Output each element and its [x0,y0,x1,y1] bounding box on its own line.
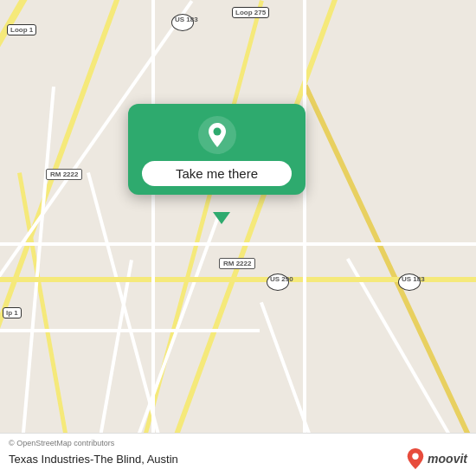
popup-card: Take me there [128,104,306,195]
label-loop275: Loop 275 [232,7,269,18]
location-row: Texas Industries-The Blind, Austin moovi… [9,448,467,469]
svg-point-1 [213,128,221,136]
bottom-bar: © OpenStreetMap contributors Texas Indus… [0,433,476,476]
moovit-pin-icon [407,448,424,469]
location-pin-icon [198,116,236,154]
label-rm2222-bottom: RM 2222 [219,258,255,269]
label-us183-bottom: US 183 [398,273,421,291]
road-horiz-3 [0,329,260,332]
road-vert-1 [151,0,155,476]
popup-tail [213,212,230,224]
label-us290: US 290 [267,273,289,291]
label-rm2222-left: RM 2222 [46,169,82,180]
copyright-text: © OpenStreetMap contributors [9,439,467,447]
label-lp1-bottom: lp 1 [3,307,22,318]
moovit-logo: moovit [407,448,467,469]
moovit-text: moovit [428,452,467,466]
road-vert-2 [303,0,306,476]
road-horiz-2 [0,242,476,246]
label-us183-top: US 183 [171,14,194,31]
svg-point-2 [412,453,418,460]
map-background [0,0,476,476]
label-loop1: Loop 1 [7,24,36,35]
map-container: Loop 275 Loop 1 US 183 RM 2222 RM 2222 U… [0,0,476,476]
take-me-there-button[interactable]: Take me there [142,161,292,186]
location-name: Texas Industries-The Blind, Austin [9,453,178,466]
